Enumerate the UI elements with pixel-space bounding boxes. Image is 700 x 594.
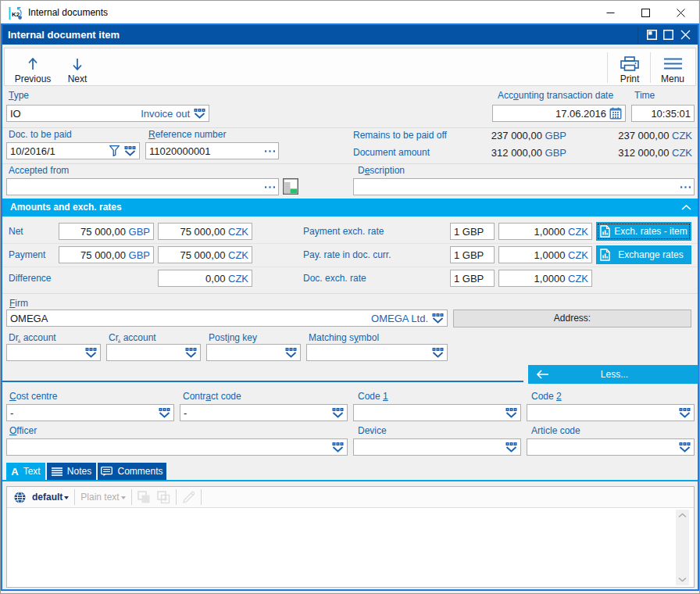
remains-gbp: 237 000,00 GBP: [491, 130, 566, 141]
posting-key-field[interactable]: [206, 344, 301, 361]
dropdown-icon[interactable]: [194, 109, 205, 119]
remains-czk-value: 237 000,00: [618, 130, 669, 141]
net-gbp-field[interactable]: 75 000,00 GBP: [59, 223, 154, 240]
pay-rate-unit-field[interactable]: 1 GBP: [450, 246, 495, 263]
pay-rate-field[interactable]: 1,0000 CZK: [498, 246, 592, 263]
matching-symbol-label: Matching symbol: [309, 332, 379, 343]
format-value: Plain text: [80, 492, 119, 503]
amounts-row1-rate-cur: CZK: [568, 249, 588, 261]
minimize-button[interactable]: [592, 1, 628, 24]
document-maximize-button[interactable]: [663, 30, 673, 40]
window-titlebar: K2 Internal documents: [2, 1, 698, 23]
tab-notes[interactable]: Notes: [47, 463, 96, 480]
type-field[interactable]: IO Invoice out: [6, 105, 209, 122]
previous-button[interactable]: Previous: [12, 48, 54, 84]
doc-to-be-paid-value: 10/2016/1: [10, 145, 55, 157]
edit-pencil-icon[interactable]: [182, 491, 195, 504]
close-button[interactable]: [662, 1, 698, 24]
firm-field[interactable]: OMEGA OMEGA Ltd.: [6, 310, 448, 327]
doc-to-be-paid-field[interactable]: 10/2016/1: [6, 142, 140, 159]
code2-field[interactable]: [527, 404, 695, 421]
firm-code: OMEGA: [10, 313, 48, 324]
dropdown-icon[interactable]: [159, 408, 170, 418]
more-icon[interactable]: [265, 185, 275, 188]
app-logo-text: K2: [12, 11, 20, 18]
copy-icon[interactable]: [138, 491, 151, 504]
accepted-from-field[interactable]: [6, 178, 279, 195]
dropdown-icon[interactable]: [185, 348, 197, 358]
article-code-field[interactable]: [527, 438, 695, 456]
dropdown-icon[interactable]: [679, 442, 691, 453]
comment-bubble-icon: [101, 467, 112, 477]
paste-icon[interactable]: [157, 491, 170, 504]
dropdown-icon[interactable]: [285, 348, 297, 358]
filter-icon[interactable]: [109, 145, 120, 156]
text-editor-area[interactable]: [8, 509, 693, 586]
cr-account-field[interactable]: [106, 344, 201, 361]
description-label: Description: [358, 165, 405, 176]
dropdown-icon[interactable]: [505, 442, 517, 453]
address-button[interactable]: Address:: [453, 310, 691, 327]
cost-centre-field[interactable]: -: [6, 404, 174, 421]
accounting-date-field[interactable]: 17.06.2016: [492, 105, 626, 122]
dropdown-icon[interactable]: [332, 408, 344, 418]
exch-rates-item-button[interactable]: Exch. rates - item: [596, 222, 691, 241]
dropdown-icon[interactable]: [679, 408, 691, 418]
tab-text[interactable]: A Text: [6, 463, 45, 480]
dock-restore-button[interactable]: [647, 30, 657, 40]
more-icon[interactable]: [680, 185, 691, 188]
matching-symbol-field[interactable]: [306, 344, 448, 361]
exchange-rates-button[interactable]: Exchange rates: [596, 245, 691, 264]
dropdown-icon[interactable]: [85, 348, 97, 358]
print-label: Print: [609, 73, 651, 84]
language-selector[interactable]: default: [32, 492, 69, 503]
print-button[interactable]: Print: [609, 48, 651, 84]
code1-field[interactable]: [353, 404, 521, 421]
editor-toolbar-separator: [176, 489, 177, 505]
payment-gbp-field[interactable]: 75 000,00 GBP: [59, 246, 154, 263]
document-close-button[interactable]: [680, 30, 691, 40]
amounts-row0-rate-cur: CZK: [568, 226, 588, 238]
dropdown-icon[interactable]: [505, 408, 517, 418]
collapse-icon[interactable]: [681, 205, 691, 210]
dr-account-field[interactable]: [6, 344, 101, 361]
description-field[interactable]: [353, 178, 695, 195]
dropdown-icon[interactable]: [124, 146, 136, 156]
device-field[interactable]: [353, 438, 521, 456]
payment-exch-rate-field[interactable]: 1,0000 CZK: [498, 223, 592, 240]
editor-toolbar-separator: [131, 489, 132, 505]
doc-exch-rate-unit-field[interactable]: 1 GBP: [450, 270, 495, 287]
vertical-scrollbar[interactable]: [676, 510, 689, 585]
dropdown-icon[interactable]: [332, 442, 344, 453]
doc-exch-rate-field[interactable]: 1,0000 CZK: [498, 270, 592, 287]
mini-chart-icon[interactable]: [283, 178, 298, 195]
maximize-button[interactable]: [627, 1, 663, 24]
more-icon[interactable]: [265, 149, 275, 152]
posting-key-label: Posting key: [209, 332, 257, 343]
cost-centre-value: -: [10, 407, 13, 419]
payment-czk-field[interactable]: 75 000,00 CZK: [158, 246, 252, 263]
menu-button[interactable]: Menu: [652, 48, 694, 84]
payment-exch-rate-unit-field[interactable]: 1 GBP: [450, 223, 495, 240]
calendar-icon[interactable]: [609, 107, 622, 120]
window-title: Internal documents: [28, 1, 108, 24]
reference-number-field[interactable]: 11020000001: [145, 142, 279, 159]
officer-field[interactable]: [6, 438, 348, 456]
amounts-row2-rate-cur: CZK: [568, 273, 588, 284]
menu-icon: [664, 57, 682, 70]
globe-icon[interactable]: [14, 492, 26, 503]
dropdown-icon[interactable]: [432, 348, 444, 358]
arrow-up-icon: [27, 57, 38, 71]
contract-code-field[interactable]: -: [180, 404, 348, 421]
dropdown-icon[interactable]: [432, 313, 444, 324]
format-selector[interactable]: Plain text: [80, 492, 125, 503]
difference-czk-field[interactable]: 0,00 CZK: [158, 270, 252, 287]
amounts-section-header[interactable]: Amounts and exch. rates: [2, 199, 698, 216]
tab-comments[interactable]: Comments: [98, 463, 166, 480]
time-value: 10:35:01: [651, 108, 691, 120]
less-button[interactable]: Less...: [528, 365, 698, 384]
time-field[interactable]: 10:35:01: [631, 105, 695, 122]
net-czk-field[interactable]: 75 000,00 CZK: [158, 223, 252, 240]
less-button-label: Less...: [549, 369, 680, 380]
next-button[interactable]: Next: [56, 48, 98, 84]
